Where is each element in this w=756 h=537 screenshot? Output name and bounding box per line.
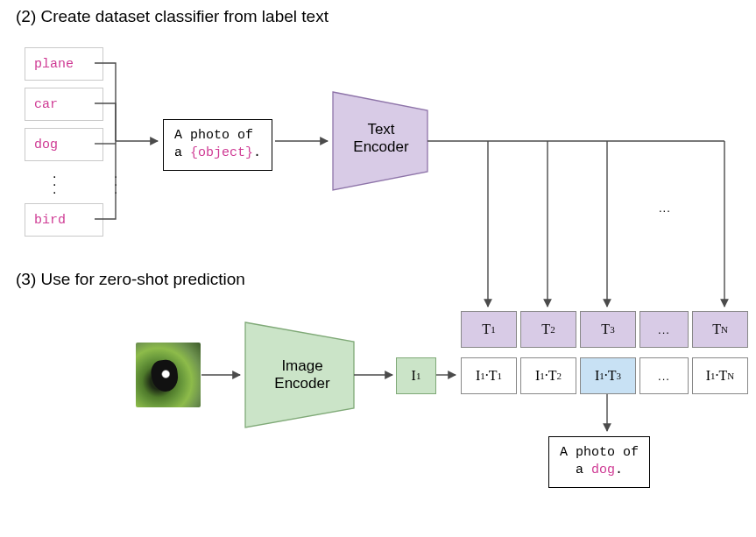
class-label-dog: dog: [25, 128, 103, 161]
step3-heading: (3) Use for zero-shot prediction: [16, 270, 245, 289]
prediction-output-box: A photo of a dog.: [548, 436, 650, 488]
image-encoder-label: Image Encoder: [263, 357, 342, 392]
template-line1: A photo of: [174, 128, 253, 143]
prompt-template-box: A photo of a {object}.: [163, 119, 272, 171]
output-line2-suffix: .: [615, 463, 623, 477]
similarity-i1-t1: I1·T1: [461, 357, 517, 394]
text-embedding-tn: TN: [692, 311, 748, 348]
output-line1: A photo of: [560, 445, 639, 460]
branch-ellipsis: ...: [659, 201, 671, 215]
output-line2-prefix: a: [576, 463, 591, 477]
text-embedding-ellipsis: ...: [639, 311, 689, 348]
output-predicted-class: dog: [591, 463, 615, 477]
text-embedding-t1: T1: [461, 311, 517, 348]
similarity-ellipsis: ...: [639, 357, 689, 394]
template-line2-suffix: .: [253, 145, 261, 160]
text-encoder-label: Text Encoder: [346, 121, 416, 156]
template-line2-prefix: a: [174, 145, 190, 160]
text-encoder-shape: [333, 92, 427, 190]
text-embedding-t3: T3: [580, 311, 636, 348]
similarity-i1-t3: I1·T3: [580, 357, 636, 394]
class-label-ellipsis: ···: [53, 173, 56, 196]
step2-heading: (2) Create dataset classifier from label…: [16, 7, 329, 26]
input-image: [136, 343, 201, 407]
similarity-i1-t2: I1·T2: [520, 357, 576, 394]
similarity-i1-tn: I1·TN: [692, 357, 748, 394]
class-label-bird: bird: [25, 203, 103, 237]
template-object-token: {object}: [190, 145, 253, 160]
class-label-car: car: [25, 88, 103, 121]
text-embedding-t2: T2: [520, 311, 576, 348]
image-encoder-shape: [245, 322, 354, 427]
connector-ellipsis: ···: [114, 173, 117, 196]
class-label-plane: plane: [25, 47, 103, 81]
image-embedding-i1: I1: [396, 357, 436, 394]
